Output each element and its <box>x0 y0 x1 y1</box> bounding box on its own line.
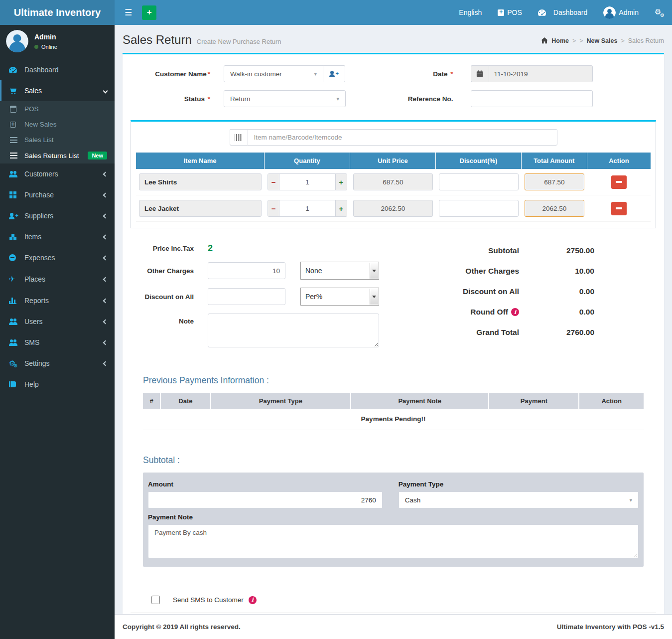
sidebar-item-sales[interactable]: Sales <box>0 80 115 101</box>
home-icon <box>541 37 548 44</box>
item-name-input <box>139 200 262 217</box>
users-icon <box>9 319 21 325</box>
sidebar-item-users[interactable]: Users <box>0 311 115 332</box>
payment-type-label: Payment Type <box>399 480 639 488</box>
minus-icon <box>616 181 622 183</box>
status-select[interactable]: Return ▾ <box>224 90 346 107</box>
date-label: Date * <box>394 70 453 78</box>
sidebar-item-items[interactable]: Items <box>0 226 115 247</box>
bar-chart-icon <box>9 298 21 304</box>
sidebar-item-sales-list[interactable]: Sales List <box>0 132 115 148</box>
other-charges-input[interactable] <box>208 262 285 279</box>
grid-icon <box>9 191 21 199</box>
sidebar-user-panel: Admin Online <box>0 25 115 59</box>
user-menu[interactable]: Admin <box>603 6 639 19</box>
send-sms-checkbox[interactable] <box>151 596 160 604</box>
date-input <box>489 65 593 82</box>
calendar-icon <box>471 65 489 82</box>
previous-payments-heading: Previous Payments Information : <box>131 375 656 386</box>
breadcrumb-home[interactable]: Home <box>551 37 569 44</box>
sidebar-item-settings[interactable]: Settings <box>0 353 115 374</box>
sidebar-item-dashboard[interactable]: Dashboard <box>0 59 115 80</box>
quantity-input[interactable] <box>279 174 335 190</box>
customer-name-label: Customer Name* <box>131 70 210 78</box>
sidebar-item-new-sales[interactable]: New Sales <box>0 117 115 132</box>
remove-item-button[interactable] <box>611 202 627 215</box>
copyright-text: Copyright © 2019 All rights reserved. <box>123 623 241 631</box>
status-label: Status * <box>131 95 210 103</box>
quantity-increase-button[interactable] <box>335 200 347 216</box>
users-icon <box>9 339 21 346</box>
sidebar-item-places[interactable]: Places <box>0 268 115 290</box>
discount-input[interactable] <box>439 200 518 217</box>
cubes-icon <box>9 233 21 241</box>
quantity-stepper <box>268 200 347 217</box>
other-charges-total-value: 10.00 <box>519 267 594 276</box>
sidebar-item-purchase[interactable]: Purchase <box>0 184 115 205</box>
reference-no-label: Reference No. <box>394 95 453 103</box>
customer-select[interactable]: Walk-in customer ▾ <box>224 65 323 82</box>
payment-type-select[interactable]: Cash ▾ <box>399 491 639 508</box>
chevron-left-icon <box>103 361 108 366</box>
breadcrumb-current: Sales Return <box>628 37 664 44</box>
sidebar-item-expenses[interactable]: Expenses <box>0 247 115 268</box>
breadcrumb: Home > > New Sales > Sales Return <box>541 37 664 44</box>
settings-gears-icon[interactable] <box>655 8 665 17</box>
version-text: Ultimate Inventory with POS -v1.5 <box>557 623 664 631</box>
sidebar-item-help[interactable]: Help <box>0 374 115 395</box>
remove-item-button[interactable] <box>611 175 627 189</box>
breadcrumb-new-sales[interactable]: New Sales <box>587 37 618 44</box>
sidebar-item-pos[interactable]: POS <box>0 101 115 117</box>
quantity-input[interactable] <box>279 200 335 216</box>
amount-input[interactable] <box>148 491 383 508</box>
list-icon <box>10 153 21 159</box>
info-icon[interactable] <box>249 596 257 604</box>
price-inc-tax-value: 2 <box>208 243 213 254</box>
payment-note-textarea[interactable]: Payment By cash <box>148 524 639 558</box>
sales-return-form-panel: Customer Name* Walk-in customer ▾ + Date… <box>123 53 664 614</box>
quantity-decrease-button[interactable] <box>268 174 279 190</box>
plus-square-icon <box>498 9 504 16</box>
item-name-input <box>139 173 262 190</box>
discount-on-all-input[interactable] <box>208 288 285 305</box>
quantity-decrease-button[interactable] <box>268 200 279 216</box>
online-status-label: Online <box>41 44 57 50</box>
other-charges-tax-select[interactable]: None <box>300 262 379 280</box>
add-customer-button[interactable]: + <box>323 65 345 82</box>
brand-logo[interactable]: Ultimate Inventory <box>0 0 115 25</box>
discount-type-select[interactable]: Per% <box>300 288 379 306</box>
grand-total-value: 2760.00 <box>519 328 594 337</box>
sidebar: Admin Online Dashboard Sales POS <box>0 25 115 639</box>
language-menu[interactable]: English <box>459 8 482 16</box>
sidebar-item-reports[interactable]: Reports <box>0 290 115 311</box>
note-textarea[interactable] <box>208 314 379 347</box>
page-footer: Copyright © 2019 All rights reserved. Ul… <box>115 614 672 639</box>
sidebar-item-sms[interactable]: SMS <box>0 332 115 353</box>
sms-row: Send SMS to Customer <box>151 596 656 604</box>
quick-add-button[interactable]: + <box>142 5 156 20</box>
sidebar-item-sales-returns-list[interactable]: Sales Returns List New <box>0 148 115 163</box>
barcode-icon <box>230 129 248 146</box>
nav-pos-link[interactable]: POS <box>498 8 522 16</box>
nav-dashboard-link[interactable]: Dashboard <box>538 8 588 16</box>
reference-no-input[interactable] <box>471 90 593 107</box>
table-row <box>136 169 651 195</box>
chevron-left-icon <box>103 319 108 324</box>
users-icon <box>9 171 21 177</box>
item-search-input[interactable] <box>248 129 557 146</box>
tachometer-icon <box>9 67 21 73</box>
tachometer-icon <box>538 9 547 16</box>
sidebar-toggle-icon[interactable]: ☰ <box>121 7 136 18</box>
sidebar-item-customers[interactable]: Customers <box>0 163 115 184</box>
chevron-down-icon: ▾ <box>629 497 632 503</box>
discount-input[interactable] <box>439 173 518 190</box>
chevron-left-icon <box>103 340 108 345</box>
subtotal-label: Subtotal <box>488 246 519 255</box>
quantity-increase-button[interactable] <box>335 174 347 190</box>
chevron-left-icon <box>103 213 108 218</box>
sidebar-user-name: Admin <box>34 33 57 41</box>
sidebar-item-suppliers[interactable]: + Suppliers <box>0 205 115 226</box>
amount-label: Amount <box>148 480 383 488</box>
chevron-down-icon <box>370 289 378 305</box>
info-icon[interactable] <box>511 308 519 316</box>
